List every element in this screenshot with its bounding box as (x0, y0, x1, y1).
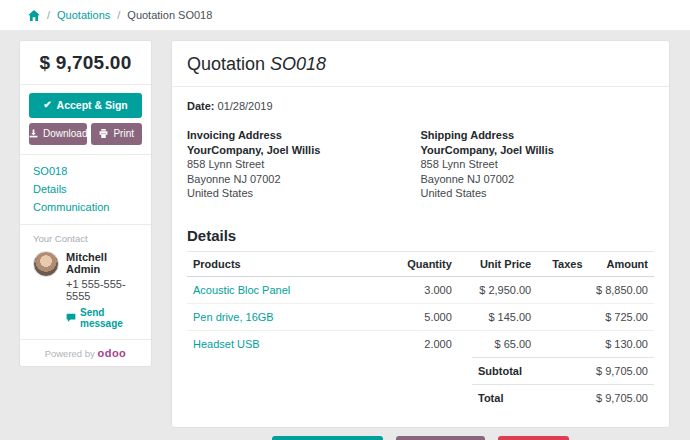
send-message-label: Send message (80, 307, 138, 329)
contact-name: Mitchell Admin (66, 251, 138, 275)
total-value: $ 9,705.00 (596, 392, 648, 404)
sidebar-item-communication[interactable]: Communication (33, 198, 138, 216)
taxes-cell (537, 303, 588, 330)
breadcrumb-separator: / (47, 9, 50, 21)
accept-sign-label: Accept & Sign (57, 100, 128, 111)
powered-by: Powered by odoo (20, 340, 151, 366)
title-reference: SO018 (270, 54, 326, 74)
column-unit-price: Unit Price (458, 251, 537, 276)
odoo-logo[interactable]: odoo (97, 347, 126, 359)
quotation-total-amount: $ 9,705.00 (20, 41, 151, 85)
total-label: Total (478, 392, 503, 404)
shipping-address: Shipping Address YourCompany, Joel Willi… (421, 128, 655, 201)
page-content: $ 9,705.00 ✔ Accept & Sign Download Prin (0, 30, 690, 428)
title-prefix: Quotation (187, 54, 265, 74)
amount-cell: $ 130.00 (589, 330, 654, 357)
table-row: Acoustic Bloc Panel 3.000 $ 2,950.00 $ 8… (187, 276, 654, 303)
column-quantity: Quantity (383, 251, 458, 276)
breadcrumb-current: Quotation SO018 (127, 9, 212, 21)
sidebar-actions: ✔ Accept & Sign Download Print (20, 85, 151, 155)
breadcrumb: / Quotations / Quotation SO018 (0, 0, 690, 30)
amount-cell: $ 8,850.00 (589, 276, 654, 303)
breadcrumb-separator: / (117, 9, 120, 21)
avatar (33, 251, 59, 277)
download-icon (29, 129, 38, 138)
quantity-cell: 5.000 (383, 303, 458, 330)
contact-section: Your Contact Mitchell Admin +1 555-555-5… (20, 225, 151, 340)
download-label: Download (43, 129, 87, 139)
shipping-name: YourCompany, Joel Willis (421, 143, 655, 158)
invoicing-address: Invoicing Address YourCompany, Joel Will… (187, 128, 421, 201)
subtotal-row: Subtotal $ 9,705.00 (472, 357, 654, 384)
quotation-document: QuotationSO018 Date:01/28/2019 Invoicing… (171, 40, 670, 428)
powered-by-label: Powered by (45, 348, 95, 359)
page-title: QuotationSO018 (172, 41, 669, 87)
shipping-country: United States (421, 186, 655, 201)
accept-sign-button-footer[interactable]: ✔ Accept & Sign (272, 436, 383, 440)
sidebar-nav: SO018 Details Communication (20, 155, 151, 225)
date-value: 01/28/2019 (218, 100, 273, 112)
unit-price-cell: $ 65.00 (458, 330, 537, 357)
invoicing-name: YourCompany, Joel Willis (187, 143, 421, 158)
contact-section-label: Your Contact (33, 233, 138, 244)
unit-price-cell: $ 2,950.00 (458, 276, 537, 303)
print-label: Print (113, 129, 134, 139)
sidebar-item-so018[interactable]: SO018 (33, 162, 138, 180)
product-link[interactable]: Acoustic Bloc Panel (193, 284, 290, 296)
taxes-cell (537, 276, 588, 303)
print-button[interactable]: Print (91, 123, 142, 145)
check-icon: ✔ (43, 100, 51, 110)
date-label: Date: (187, 100, 215, 112)
footer-actions: ✔ Accept & Sign Feedback ✖ Reject (171, 428, 670, 440)
invoicing-street: 858 Lynn Street (187, 157, 421, 172)
quantity-cell: 2.000 (383, 330, 458, 357)
sidebar: $ 9,705.00 ✔ Accept & Sign Download Prin (19, 40, 152, 367)
taxes-cell (537, 330, 588, 357)
unit-price-cell: $ 145.00 (458, 303, 537, 330)
invoicing-address-heading: Invoicing Address (187, 128, 421, 143)
product-link[interactable]: Headset USB (193, 338, 260, 350)
order-lines-table: Products Quantity Unit Price Taxes Amoun… (187, 251, 654, 357)
table-row: Headset USB 2.000 $ 65.00 $ 130.00 (187, 330, 654, 357)
quotation-date: Date:01/28/2019 (187, 100, 654, 112)
shipping-address-heading: Shipping Address (421, 128, 655, 143)
details-heading: Details (187, 227, 654, 244)
column-taxes: Taxes (537, 251, 588, 276)
feedback-button[interactable]: Feedback (396, 436, 485, 440)
quantity-cell: 3.000 (383, 276, 458, 303)
contact-phone: +1 555-555-5555 (66, 278, 138, 302)
invoicing-city: Bayonne NJ 07002 (187, 172, 421, 187)
total-row: Total $ 9,705.00 (472, 384, 654, 411)
shipping-street: 858 Lynn Street (421, 157, 655, 172)
download-button[interactable]: Download (29, 123, 87, 145)
subtotal-value: $ 9,705.00 (596, 365, 648, 377)
totals-block: Subtotal $ 9,705.00 Total $ 9,705.00 (472, 357, 654, 411)
column-products: Products (187, 251, 383, 276)
product-link[interactable]: Pen drive, 16GB (193, 311, 274, 323)
sidebar-item-details[interactable]: Details (33, 180, 138, 198)
home-icon[interactable] (28, 10, 40, 21)
accept-sign-button[interactable]: ✔ Accept & Sign (29, 93, 142, 118)
table-row: Pen drive, 16GB 5.000 $ 145.00 $ 725.00 (187, 303, 654, 330)
shipping-city: Bayonne NJ 07002 (421, 172, 655, 187)
subtotal-label: Subtotal (478, 365, 522, 377)
reject-button[interactable]: ✖ Reject (498, 436, 569, 440)
chat-icon (66, 313, 76, 322)
print-icon (99, 129, 108, 138)
amount-cell: $ 725.00 (589, 303, 654, 330)
column-amount: Amount (589, 251, 654, 276)
invoicing-country: United States (187, 186, 421, 201)
breadcrumb-link-quotations[interactable]: Quotations (57, 9, 110, 21)
send-message-link[interactable]: Send message (66, 307, 138, 329)
